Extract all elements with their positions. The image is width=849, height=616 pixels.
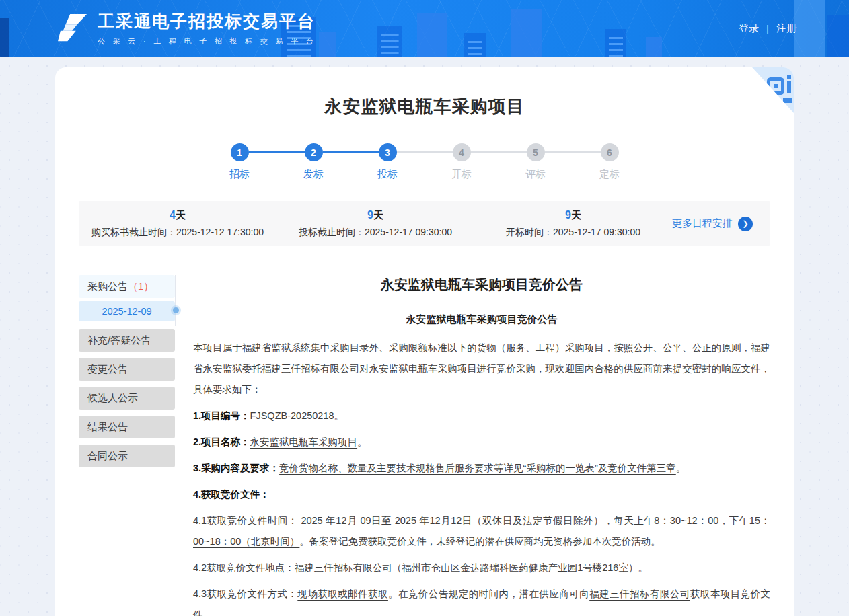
progress-steps: 1招标2发标3投标4开标5评标6定标 (231, 143, 619, 161)
step-label: 定标 (583, 168, 636, 181)
step-招标[interactable]: 1招标 (231, 143, 249, 161)
skyline-decoration (605, 29, 626, 57)
article-text-segment[interactable]: FJSQZB-20250218 (250, 410, 334, 421)
sidebar-item-0[interactable]: 补充/答疑公告 (79, 329, 175, 352)
step-number: 1 (231, 143, 249, 161)
step-connector (323, 151, 379, 153)
brand-name: 工采通 (98, 10, 152, 32)
article: 永安监狱电瓶车采购项目竞价公告 永安监狱电瓶车采购项目竞价公告 本项目属于福建省… (193, 275, 770, 616)
article-text-segment: 1.项目编号： (193, 410, 250, 421)
step-评标[interactable]: 5评标 (527, 143, 545, 161)
arrow-right-circle-icon: ❯ (738, 217, 753, 231)
page-title: 永安监狱电瓶车采购项目 (55, 67, 794, 118)
register-link[interactable]: 注册 (776, 22, 797, 35)
article-text-segment: 本项目属于福建省监狱系统集中采购目录外、采购限额标准以下的货物（服务、工程）采购… (193, 342, 751, 353)
schedule-countdown: 9天 (276, 209, 474, 222)
countdown-days: 9 (367, 209, 373, 221)
article-text-segment: （双休日及法定节假日除外），每天上午 (472, 515, 654, 526)
article-paragraph: 1.项目编号：FJSQZB-20250218。 (193, 406, 770, 426)
article-paragraph: 本项目属于福建省监狱系统集中采购目录外、采购限额标准以下的货物（服务、工程）采购… (193, 338, 770, 400)
step-定标[interactable]: 6定标 (601, 143, 619, 161)
countdown-days: 9 (565, 209, 571, 221)
schedule-countdown: 9天 (474, 209, 672, 222)
step-number: 6 (601, 143, 619, 161)
top-header: 工采通电子招投标交易平台 公 采 云 · 工 程 电 子 招 投 标 交 易 平… (0, 0, 849, 57)
skyline-decoration (794, 0, 825, 57)
skyline-decoration (464, 33, 486, 57)
sidebar-date-item[interactable]: 2025-12-09 (79, 301, 175, 321)
schedule-deadline-text: 开标时间：2025-12-17 09:30:00 (474, 227, 672, 239)
article-paragraph: 4.1获取竞价文件时间： 2025 年12月 09日至 2025 年12月12日… (193, 510, 770, 552)
article-text-segment[interactable]: 12月 09日至 2025 (336, 515, 419, 526)
article-text-segment: 3.采购内容及要求： (193, 463, 279, 473)
sidebar-item-3[interactable]: 结果公告 (79, 416, 175, 438)
login-link[interactable]: 登录 (739, 22, 759, 35)
sidebar-item-2[interactable]: 候选人公示 (79, 387, 175, 410)
brand-suffix: 电子招投标交易平台 (152, 10, 316, 32)
article-text-segment[interactable]: 福建三仟招标有限公司（福州市仓山区金达路瑞科医药健康产业园1号楼216室） (295, 562, 638, 573)
article-text-segment[interactable]: 12月12日 (430, 515, 472, 526)
sidebar-item-label: 采购公告 (87, 280, 128, 292)
article-text-segment: 。备案登记免费获取竞价文件，未经登记的潜在供应商均无资格参加本次竞价活动。 (299, 536, 661, 547)
article-text-segment: 。在竞价公告规定的时间内，潜在供应商可向 (388, 588, 589, 599)
countdown-unit: 天 (373, 209, 383, 221)
auth-divider: | (766, 23, 769, 34)
sidebar-item-4[interactable]: 合同公示 (79, 445, 175, 467)
article-paragraph: 4.2获取竞价文件地点：福建三仟招标有限公司（福州市仓山区金达路瑞科医药健康产业… (193, 557, 770, 578)
main-card: 永安监狱电瓶车采购项目 1招标2发标3投标4开标5评标6定标 4天购买标书截止时… (55, 67, 794, 616)
article-text-segment: 。 (676, 463, 686, 473)
article-text-segment[interactable]: 8：30~12：00 (654, 515, 718, 526)
brand-subtitle: 公 采 云 · 工 程 电 子 招 投 标 交 易 平 台 (98, 36, 316, 46)
article-text-segment[interactable]: 永安监狱电瓶车采购项目 (369, 363, 477, 374)
article-text-segment: 对 (359, 363, 369, 374)
more-schedule-label: 更多日程安排 (672, 217, 733, 230)
sidebar-item-count: （1） (128, 280, 153, 292)
schedule-item: 9天投标截止时间：2025-12-17 09:30:00 (276, 209, 474, 239)
article-text-segment: 4.3获取竞价文件方式： (193, 588, 297, 599)
article-subtitle: 永安监狱电瓶车采购项目竞价公告 (193, 313, 770, 326)
countdown-unit: 天 (571, 209, 581, 221)
step-发标[interactable]: 2发标 (305, 143, 323, 161)
sidebar-item-1[interactable]: 变更公告 (79, 358, 175, 381)
article-text-segment: 4.获取竞价文件： (193, 489, 270, 500)
article-text-segment[interactable]: 现场获取或邮件获取 (297, 588, 388, 599)
skyline-decoration (827, 15, 849, 57)
sidebar-timeline-dot (173, 307, 179, 313)
schedule-item: 4天购买标书截止时间：2025-12-12 17:30:00 (79, 209, 276, 239)
step-投标[interactable]: 3投标 (379, 143, 397, 161)
more-schedule-link[interactable]: 更多日程安排 ❯ (672, 217, 770, 231)
step-label: 评标 (509, 168, 562, 181)
article-text-segment: 。 (334, 410, 344, 421)
schedule-item: 9天开标时间：2025-12-17 09:30:00 (474, 209, 672, 239)
countdown-days: 4 (170, 209, 176, 221)
schedule-deadline-text: 购买标书截止时间：2025-12-12 17:30:00 (79, 227, 276, 239)
step-label: 发标 (287, 168, 340, 181)
article-text-segment: 年 (420, 515, 430, 526)
article-paragraph: 3.采购内容及要求：竞价货物名称、数量及主要技术规格售后服务要求等详见“采购标的… (193, 458, 770, 479)
schedule-bar: 4天购买标书截止时间：2025-12-12 17:30:009天投标截止时间：2… (79, 201, 770, 246)
step-number: 4 (453, 143, 471, 161)
article-text-segment[interactable]: 永安监狱电瓶车采购项目 (250, 436, 358, 447)
article-text-segment[interactable]: 2025 (298, 515, 326, 526)
article-paragraph: 4.3获取竞价文件方式：现场获取或邮件获取。在竞价公告规定的时间内，潜在供应商可… (193, 584, 770, 616)
article-text-segment[interactable]: 竞价货物名称、数量及主要技术规格售后服务要求等详见“采购标的一览表”及竞价文件第… (279, 463, 676, 473)
step-connector (471, 151, 527, 153)
step-开标[interactable]: 4开标 (453, 143, 471, 161)
article-title: 永安监狱电瓶车采购项目竞价公告 (193, 276, 770, 294)
article-text-segment: 。 (357, 436, 367, 447)
skyline-decoration (646, 37, 662, 57)
step-label: 招标 (213, 168, 266, 181)
article-body: 本项目属于福建省监狱系统集中采购目录外、采购限额标准以下的货物（服务、工程）采购… (193, 338, 770, 616)
sidebar-item-purchase-notice[interactable]: 采购公告（1） (79, 275, 175, 298)
article-text-segment: 4.2获取竞价文件地点： (193, 562, 295, 573)
step-label: 投标 (361, 168, 414, 181)
brand-logo-icon (58, 13, 89, 43)
main-area: 采购公告（1）2025-12-09补充/答疑公告变更公告候选人公示结果公告合同公… (79, 275, 770, 616)
countdown-unit: 天 (176, 209, 186, 221)
step-number: 5 (527, 143, 545, 161)
article-text-segment[interactable]: 福建三仟招标有限公司 (589, 588, 690, 599)
sidebar: 采购公告（1）2025-12-09补充/答疑公告变更公告候选人公示结果公告合同公… (79, 275, 175, 473)
sidebar-timeline-rail (175, 275, 176, 326)
step-label: 开标 (435, 168, 488, 181)
brand: 工采通电子招投标交易平台 公 采 云 · 工 程 电 子 招 投 标 交 易 平… (58, 10, 316, 46)
